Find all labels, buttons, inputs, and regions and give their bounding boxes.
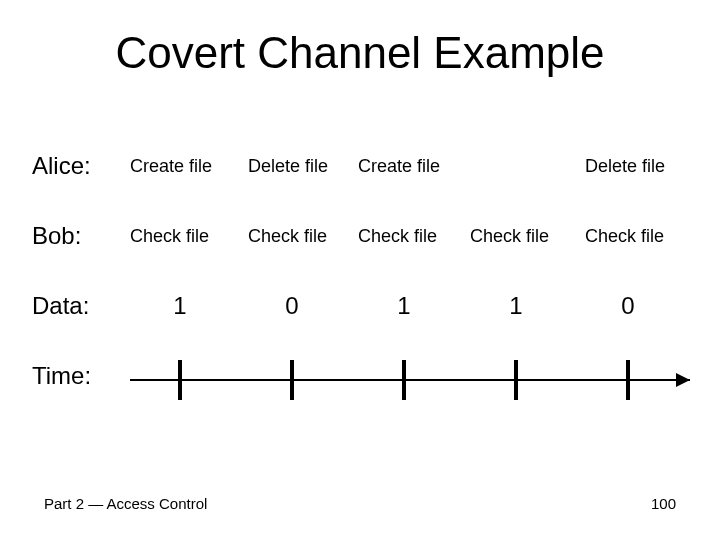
timeline-axis <box>0 0 720 540</box>
footer-page-number: 100 <box>651 495 676 512</box>
svg-marker-1 <box>676 373 690 387</box>
slide: Covert Channel Example Alice: Bob: Data:… <box>0 0 720 540</box>
footer-part-label: Part 2 — Access Control <box>44 495 207 512</box>
